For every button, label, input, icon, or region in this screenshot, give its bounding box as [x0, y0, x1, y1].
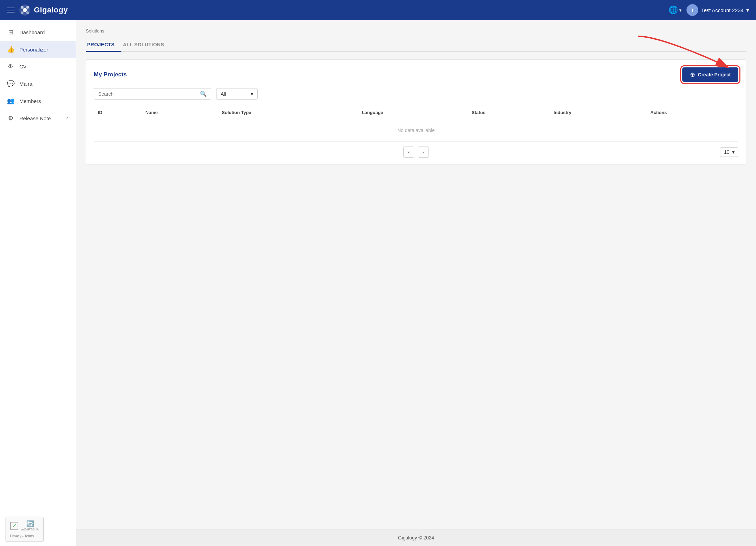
- recaptcha-box: ✓ 🔄 reCAPTCHA Privacy - Terms: [6, 517, 44, 542]
- sidebar-item-release-note[interactable]: ⚙ Release Note ↗: [0, 110, 76, 127]
- filters-row: 🔍 All ▾: [94, 88, 738, 100]
- col-header-solution-type: Solution Type: [218, 106, 358, 119]
- footer-text: Gigalogy © 2024: [398, 535, 434, 540]
- projects-card: My Projects ⊕ Create Project: [86, 59, 746, 165]
- page-size-dropdown[interactable]: 10 ▾: [720, 147, 738, 157]
- sidebar-item-label: Release Note: [19, 115, 51, 121]
- main-content-area: Solutions PROJECTS ALL SOLUTIONS My Proj…: [76, 20, 756, 546]
- sidebar-item-label: Personalizer: [19, 47, 48, 53]
- language-selector[interactable]: 🌐 ▾: [669, 6, 682, 15]
- col-header-name: Name: [141, 106, 218, 119]
- svg-point-3: [26, 6, 29, 9]
- privacy-terms: Privacy - Terms: [10, 534, 39, 538]
- globe-icon: 🌐: [669, 6, 678, 15]
- sidebar-item-dashboard[interactable]: ⊞ Dashboard: [0, 23, 76, 41]
- card-title: My Projects: [94, 71, 127, 78]
- col-header-actions: Actions: [646, 106, 738, 119]
- globe-chevron: ▾: [679, 8, 682, 13]
- prev-page-button[interactable]: ‹: [403, 147, 414, 158]
- sidebar-item-label: CV: [19, 64, 27, 69]
- projects-table: ID Name Solution Type Language Status In…: [94, 106, 738, 142]
- sidebar-item-maira[interactable]: 💬 Maira: [0, 75, 76, 92]
- card-header: My Projects ⊕ Create Project: [94, 67, 738, 82]
- hamburger-menu[interactable]: [7, 8, 15, 12]
- privacy-link[interactable]: Privacy: [10, 534, 21, 538]
- col-header-status: Status: [468, 106, 550, 119]
- search-box: 🔍: [94, 88, 211, 100]
- tabs-bar: PROJECTS ALL SOLUTIONS: [86, 38, 746, 52]
- sidebar-item-label: Maira: [19, 81, 33, 87]
- sidebar-item-cv[interactable]: 👁 CV: [0, 58, 76, 75]
- page-footer: Gigalogy © 2024: [76, 529, 756, 546]
- tab-projects[interactable]: PROJECTS: [86, 38, 121, 52]
- svg-point-5: [26, 11, 29, 14]
- maira-icon: 💬: [7, 80, 15, 87]
- user-name: Test Account 2234: [701, 7, 744, 13]
- personalizer-icon: 👍: [7, 46, 15, 53]
- sidebar-item-label: Dashboard: [19, 29, 45, 35]
- terms-link[interactable]: Terms: [25, 534, 34, 538]
- external-link-icon: ↗: [65, 116, 69, 121]
- logo-text: Gigalogy: [34, 6, 68, 15]
- search-input[interactable]: [98, 91, 197, 97]
- pagination-row: ‹ › 10 ▾: [94, 142, 738, 159]
- svg-point-2: [21, 6, 24, 9]
- col-header-language: Language: [358, 106, 467, 119]
- sidebar-item-label: Members: [19, 98, 41, 104]
- breadcrumb: Solutions: [86, 28, 746, 34]
- page-size-chevron: ▾: [732, 149, 735, 155]
- cv-icon: 👁: [7, 63, 15, 70]
- logo-icon: [19, 4, 31, 16]
- top-nav: Gigalogy 🌐 ▾ T Test Account 2234 ▾: [0, 0, 756, 20]
- next-page-button[interactable]: ›: [418, 147, 429, 158]
- filter-value: All: [221, 91, 226, 97]
- table-row: No data available: [94, 119, 738, 142]
- sidebar-item-members[interactable]: 👥 Members: [0, 92, 76, 110]
- svg-point-1: [23, 8, 27, 12]
- search-icon: 🔍: [200, 91, 207, 97]
- recaptcha-logo: 🔄 reCAPTCHA: [21, 520, 39, 531]
- recaptcha-check: ✓: [10, 522, 18, 530]
- logo-area: Gigalogy: [19, 4, 68, 16]
- filter-chevron: ▾: [251, 91, 253, 97]
- page-size-value: 10: [724, 149, 729, 155]
- user-avatar: T: [686, 4, 698, 16]
- filter-dropdown[interactable]: All ▾: [216, 88, 258, 100]
- no-data-message: No data available: [94, 119, 738, 142]
- sidebar: ⊞ Dashboard 👍 Personalizer 👁 CV 💬 Maira …: [0, 20, 76, 546]
- sidebar-item-personalizer[interactable]: 👍 Personalizer: [0, 41, 76, 58]
- sidebar-footer: ✓ 🔄 reCAPTCHA Privacy - Terms: [0, 512, 76, 546]
- table-wrap: ID Name Solution Type Language Status In…: [94, 106, 738, 142]
- sidebar-nav: ⊞ Dashboard 👍 Personalizer 👁 CV 💬 Maira …: [0, 20, 76, 512]
- col-header-id: ID: [94, 106, 141, 119]
- user-chevron: ▾: [746, 7, 749, 13]
- col-header-industry: Industry: [550, 106, 646, 119]
- dashboard-icon: ⊞: [7, 28, 15, 36]
- plus-icon: ⊕: [690, 71, 695, 78]
- user-menu[interactable]: T Test Account 2234 ▾: [686, 4, 749, 16]
- members-icon: 👥: [7, 97, 15, 105]
- create-project-button[interactable]: ⊕ Create Project: [682, 67, 738, 82]
- svg-point-4: [21, 11, 24, 14]
- table-header-row: ID Name Solution Type Language Status In…: [94, 106, 738, 119]
- tab-all-solutions[interactable]: ALL SOLUTIONS: [121, 38, 171, 52]
- release-note-icon: ⚙: [7, 114, 15, 122]
